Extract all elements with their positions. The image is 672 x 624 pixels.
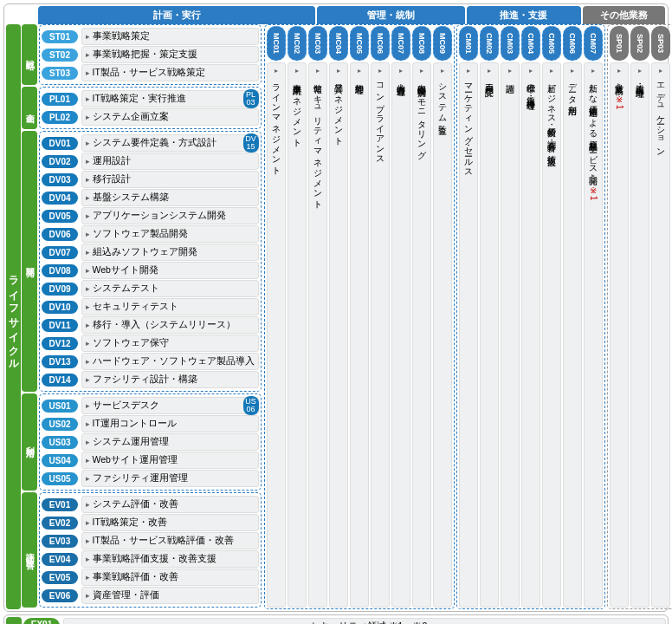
task-row[interactable]: DV14ファシリティ設計・構築 [42,371,259,388]
vcol[interactable]: MC07人的資源管理 [391,26,410,608]
task-row[interactable]: US03システム運用管理 [42,433,259,451]
vcol-bar: 内部統制状況のモニタリング [412,62,431,608]
vcol[interactable]: MC03情報セキュリティマネジメント [308,26,327,608]
task-row[interactable]: DV05アプリケーションシステム開発 [42,207,259,224]
group-eval: 評価・改善EV01システム評価・改善EV02IT戦略策定・改善EV03IT製品・… [22,492,262,608]
group-body: EV01システム評価・改善EV02IT戦略策定・改善EV03IT製品・サービス戦… [39,492,262,608]
task-row[interactable]: DV07組込みソフトウェア開発 [42,244,259,261]
task-row[interactable]: ST01事業戦略策定 [42,28,259,45]
task-row[interactable]: DV04基盤システム構築 [42,189,259,206]
task-code: DV03 [42,173,78,186]
vcol-code: CM01 [459,26,478,61]
task-code: DV05 [42,210,78,223]
group-strategy: 戦略ST01事業戦略策定ST02事業戦略把握・策定支援ST03IT製品・サービス… [22,24,262,85]
vcol-bar: 新たな価値創造による新規製品・サービス開発 ※1 [584,62,603,608]
vcol[interactable]: SP03エデュケーション [651,26,670,608]
vcol[interactable]: SP01営業業務 ※1 [610,26,629,608]
task-code: US02 [42,418,78,431]
task-code: EV01 [42,498,78,511]
vcol[interactable]: SP02総務・人事・経理 [630,26,649,608]
task-row[interactable]: DV08Webサイト開発 [42,262,259,279]
task-row[interactable]: DV12ソフトウェア保守 [42,335,259,352]
vcol[interactable]: MC09システム監査 [433,26,452,608]
task-code: DV06 [42,228,78,241]
header-row: 計画・実行 管理・統制 推進・支援 その他業務 [37,6,666,24]
group-label: 評価・改善 [22,492,37,608]
task-name: 組込みソフトウェア開発 [81,244,259,261]
task-row[interactable]: EV01システム評価・改善 [42,496,259,513]
vcol-bar: コンプライアンス [371,62,390,608]
task-row[interactable]: DV11移行・導入（システムリリース） [42,316,259,334]
group-body: US01サービスデスクUS02IT運用コントロールUS03システム運用管理US0… [39,393,262,491]
vcol[interactable]: CM06データ利活用 [563,26,582,608]
vcol-bar: 品質マネジメント [329,62,348,608]
task-row[interactable]: EV04事業戦略評価支援・改善支援 [42,550,259,568]
task-row[interactable]: US05ファシリティ運用管理 [42,470,259,487]
task-row[interactable]: EV05事業戦略評価・改善 [42,569,259,586]
vcol[interactable]: MC06コンプライアンス [371,26,390,608]
task-code: DV11 [42,319,78,332]
task-row[interactable]: DV02運用設計 [42,153,259,170]
task-name: IT運用コントロール [81,415,259,432]
task-code: DV10 [42,301,78,314]
vcol[interactable]: MC05契約管理 [350,26,369,608]
expert-row[interactable]: EX01▸ セキュリティ領域 ※1・※2 [23,618,666,624]
vcol[interactable]: MC08内部統制状況のモニタリング [412,26,431,608]
task-row[interactable]: US01サービスデスク [42,397,259,414]
expert-frame: 専門領域 EX01▸ セキュリティ領域 ※1・※2EX02▸ データサイエンス領… [3,614,669,624]
task-name: 事業戦略評価支援・改善支援 [81,550,259,568]
vcol-code: MC01 [267,26,286,61]
task-code: PL01 [42,93,78,106]
vcol-code: CM06 [563,26,582,61]
expert-label: 専門領域 [6,617,22,624]
task-row[interactable]: US02IT運用コントロール [42,415,259,432]
vcol[interactable]: MC01ラインマネジメント [267,26,286,608]
task-name: セキュリティテスト [81,298,259,315]
vcol[interactable]: CM03調達 [501,26,520,608]
task-name: 事業戦略策定 [81,28,259,45]
side-badge[interactable]: DV 15 [243,133,259,153]
side-badge[interactable]: PL 03 [243,89,259,108]
header-promote: 推進・支援 [467,6,582,24]
task-row[interactable]: DV13ハードウェア・ソフトウェア製品導入 [42,353,259,370]
task-code: EV05 [42,571,78,584]
task-name: システム評価・改善 [81,496,259,513]
vcol[interactable]: MC04品質マネジメント [329,26,348,608]
vcol-code: SP03 [651,26,670,61]
task-row[interactable]: EV03IT製品・サービス戦略評価・改善 [42,532,259,549]
task-row[interactable]: DV03移行設計 [42,171,259,188]
task-row[interactable]: ST03IT製品・サービス戦略策定 [42,64,259,81]
task-name: アプリケーションシステム開発 [81,207,259,224]
task-code: DV09 [42,283,78,296]
task-name: ソフトウェア製品開発 [81,225,259,243]
vcol[interactable]: CM01マーケティング・セールス [459,26,478,608]
vcol-bar: 総務・人事・経理 [630,62,649,608]
vcol[interactable]: CM05新ビジネス・新技術の調査・分析と技術支援 [542,26,561,608]
task-row[interactable]: ST02事業戦略把握・策定支援 [42,46,259,63]
vcol[interactable]: MC02事業継続マネジメント [288,26,307,608]
vcol-bar: 営業業務 ※1 [610,62,629,608]
task-name: 資産管理・評価 [81,587,259,604]
task-row[interactable]: PL02システム企画立案 [42,108,259,126]
task-row[interactable]: DV06ソフトウェア製品開発 [42,225,259,243]
side-badge[interactable]: US 06 [243,396,259,415]
vcol[interactable]: CM02再利用・委託 [480,26,499,608]
task-code: DV12 [42,337,78,350]
vcol[interactable]: CM07新たな価値創造による新規製品・サービス開発 ※1 [584,26,603,608]
task-row[interactable]: DV09システムテスト [42,280,259,297]
group-use: 利活用US01サービスデスクUS02IT運用コントロールUS03システム運用管理… [22,393,262,491]
task-row[interactable]: DV10セキュリティテスト [42,298,259,315]
vcol-code: SP02 [630,26,649,61]
task-code: EV06 [42,589,78,602]
task-row[interactable]: EV02IT戦略策定・改善 [42,514,259,531]
task-row[interactable]: DV01システム要件定義・方式設計 [42,134,259,152]
task-code: DV02 [42,155,78,168]
vcol-bar: 再利用・委託 [480,62,499,608]
task-code: ST01 [42,30,78,43]
task-row[interactable]: PL01IT戦略策定・実行推進 [42,90,259,107]
vcol-group: MC01ラインマネジメントMC02事業継続マネジメントMC03情報セキュリティマ… [264,24,455,609]
task-name: IT製品・サービス戦略評価・改善 [81,532,259,549]
vcol[interactable]: CM04標準の策定・維持・管理 [521,26,540,608]
task-row[interactable]: US04Webサイト運用管理 [42,452,259,469]
task-row[interactable]: EV06資産管理・評価 [42,587,259,604]
